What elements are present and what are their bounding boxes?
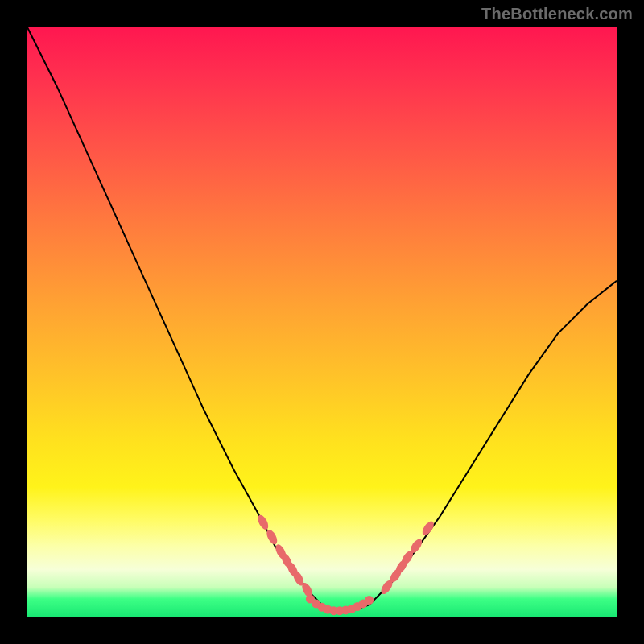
- curve-markers-bottom: [306, 595, 374, 616]
- chart-frame: TheBottleneck.com: [0, 0, 644, 644]
- curve-markers-left: [256, 514, 315, 600]
- curve-markers-right: [379, 519, 436, 596]
- bottleneck-curve: [27, 27, 617, 611]
- curve-marker: [365, 596, 374, 605]
- plot-area: [27, 27, 617, 617]
- watermark-text: TheBottleneck.com: [481, 5, 633, 23]
- bottleneck-curve-svg: [27, 27, 617, 617]
- curve-marker: [420, 519, 436, 537]
- curve-marker: [256, 514, 270, 531]
